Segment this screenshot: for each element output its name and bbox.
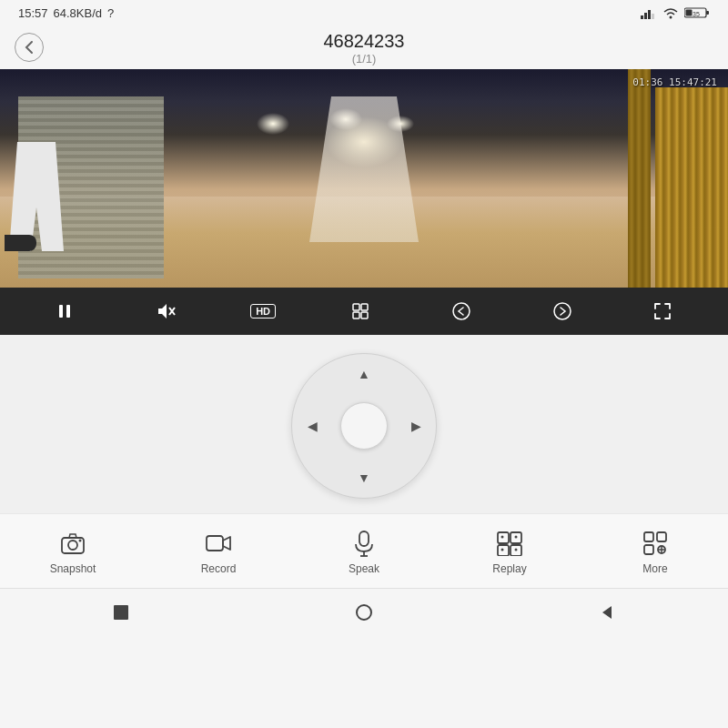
ptz-up-button[interactable]: ▲ bbox=[351, 361, 377, 387]
status-data: 64.8KB/d bbox=[54, 6, 103, 20]
video-timestamp: 01:36 15:47:21 bbox=[632, 76, 717, 88]
camera-id: 46824233 bbox=[324, 31, 405, 52]
svg-rect-10 bbox=[66, 305, 70, 318]
back-button[interactable] bbox=[15, 33, 44, 62]
sys-back-button[interactable] bbox=[589, 596, 625, 629]
bottom-action-bar: Snapshot Record Speak bbox=[0, 513, 728, 588]
more-icon bbox=[640, 528, 671, 559]
svg-point-21 bbox=[79, 539, 82, 541]
svg-rect-36 bbox=[644, 545, 653, 554]
scene-wood-right2 bbox=[628, 69, 651, 288]
svg-point-18 bbox=[554, 303, 571, 319]
snapshot-button[interactable]: Snapshot bbox=[44, 528, 102, 575]
speak-label: Speak bbox=[349, 562, 379, 575]
svg-rect-15 bbox=[353, 312, 359, 318]
svg-rect-6 bbox=[706, 11, 709, 15]
svg-point-17 bbox=[453, 303, 470, 319]
camera-pagination: (1/1) bbox=[352, 52, 377, 66]
replay-button[interactable]: Replay bbox=[480, 528, 539, 575]
grid-button[interactable] bbox=[344, 295, 377, 328]
svg-text:35: 35 bbox=[693, 11, 700, 17]
battery-icon: 35 bbox=[684, 6, 710, 19]
prev-button[interactable] bbox=[445, 295, 478, 328]
fullscreen-button[interactable] bbox=[646, 295, 679, 328]
video-feed: 01:36 15:47:21 bbox=[0, 69, 728, 288]
snapshot-label: Snapshot bbox=[50, 562, 96, 575]
pause-button[interactable] bbox=[48, 295, 81, 328]
svg-point-33 bbox=[515, 548, 518, 551]
speak-button[interactable]: Speak bbox=[335, 528, 393, 575]
record-label: Record bbox=[201, 562, 237, 575]
svg-point-20 bbox=[68, 541, 77, 550]
svg-point-31 bbox=[501, 548, 504, 551]
ptz-right-button[interactable]: ▶ bbox=[403, 413, 429, 439]
svg-rect-23 bbox=[359, 531, 369, 546]
svg-point-30 bbox=[515, 535, 518, 538]
scene-wood-right bbox=[655, 87, 728, 288]
person-shoe bbox=[5, 235, 36, 251]
status-bar: 15:57 64.8KB/d ? 35 bbox=[0, 0, 728, 25]
svg-rect-9 bbox=[59, 305, 63, 318]
ptz-left-button[interactable]: ◀ bbox=[299, 413, 325, 439]
page-header: 46824233 (1/1) bbox=[0, 25, 728, 69]
replay-icon bbox=[494, 528, 525, 559]
next-button[interactable] bbox=[546, 295, 579, 328]
svg-point-29 bbox=[501, 535, 504, 538]
mute-button[interactable] bbox=[149, 295, 182, 328]
more-label: More bbox=[642, 562, 667, 575]
video-container: 01:36 15:47:21 bbox=[0, 69, 728, 288]
system-nav-bar bbox=[0, 588, 728, 635]
video-controls-bar: HD bbox=[0, 288, 728, 335]
more-button[interactable]: More bbox=[626, 528, 684, 575]
svg-rect-16 bbox=[361, 312, 368, 318]
ptz-down-button[interactable]: ▼ bbox=[351, 465, 377, 490]
svg-rect-34 bbox=[644, 532, 653, 541]
speak-icon bbox=[349, 528, 379, 559]
svg-rect-13 bbox=[353, 304, 359, 310]
svg-rect-0 bbox=[641, 15, 643, 19]
replay-label: Replay bbox=[492, 562, 526, 575]
svg-rect-22 bbox=[207, 536, 223, 551]
svg-rect-14 bbox=[361, 304, 368, 310]
svg-rect-2 bbox=[648, 10, 651, 19]
hd-button[interactable]: HD bbox=[250, 304, 276, 318]
record-button[interactable]: Record bbox=[189, 528, 248, 575]
status-time: 15:57 bbox=[18, 6, 48, 20]
svg-rect-3 bbox=[652, 14, 654, 19]
sys-home-button[interactable] bbox=[346, 596, 382, 629]
sys-stop-button[interactable] bbox=[103, 596, 139, 629]
signal-icon bbox=[641, 6, 657, 19]
svg-rect-40 bbox=[114, 605, 128, 620]
wifi-icon bbox=[662, 6, 679, 19]
svg-point-4 bbox=[670, 16, 672, 19]
ptz-ring: ▲ ▼ ◀ ▶ bbox=[291, 353, 437, 499]
svg-point-41 bbox=[357, 605, 371, 620]
scene-person bbox=[0, 87, 82, 251]
svg-rect-35 bbox=[657, 532, 666, 541]
record-icon bbox=[203, 528, 234, 559]
svg-rect-1 bbox=[644, 13, 647, 19]
ptz-center-button[interactable] bbox=[340, 402, 388, 450]
snapshot-icon bbox=[57, 528, 88, 559]
wifi-question-icon: ? bbox=[107, 6, 114, 20]
svg-rect-7 bbox=[686, 10, 693, 16]
ptz-control-area: ▲ ▼ ◀ ▶ bbox=[0, 335, 728, 513]
